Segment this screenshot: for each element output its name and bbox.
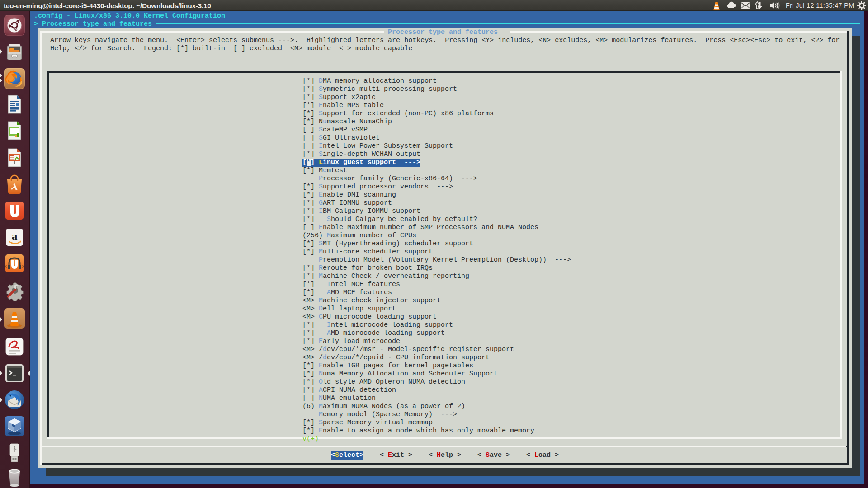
svg-text:a: a bbox=[12, 230, 18, 243]
